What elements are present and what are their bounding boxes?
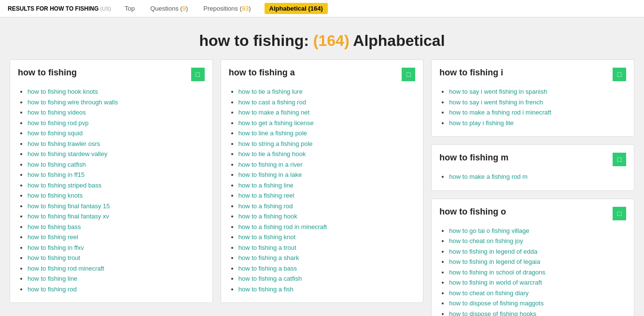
- card-copy-button[interactable]: [402, 68, 415, 81]
- list-item: how to fishing a catfish: [238, 274, 416, 284]
- list-item-link[interactable]: how to a fishing rod in minecraft: [238, 223, 327, 230]
- list-item: how to a fishing hook: [238, 212, 416, 221]
- list-item-link[interactable]: how to fishing a trout: [238, 244, 296, 251]
- card-header: how to fishing m: [439, 153, 626, 166]
- list-item: how to play i fishing lite: [449, 118, 626, 128]
- list-item-link[interactable]: how to string a fishing pole: [238, 140, 313, 147]
- list-item-link[interactable]: how to make a fishing rod i minecraft: [449, 109, 551, 116]
- tab-alphabetical[interactable]: Alphabetical (164): [265, 3, 328, 14]
- list-item-link[interactable]: how to fishing stardew valley: [28, 150, 107, 158]
- card-card-how-to-fishing: how to fishinghow to fishing hook knotsh…: [10, 59, 213, 303]
- tab-top[interactable]: Top: [123, 5, 137, 12]
- card-card-how-to-fishing-a: how to fishing ahow to tie a fishing lur…: [221, 59, 424, 303]
- list-item-link[interactable]: how to go tai o fishing village: [449, 227, 529, 234]
- list-item-link[interactable]: how to fishing rod: [28, 286, 77, 293]
- tab-prepositions[interactable]: Prepositions (93): [201, 5, 252, 12]
- list-item-link[interactable]: how to a fishing reel: [238, 192, 294, 199]
- card-copy-button[interactable]: [613, 207, 626, 220]
- list-item-link[interactable]: how to fishing in school of dragons: [449, 269, 545, 276]
- list-item-link[interactable]: how to say i went fishing in french: [449, 99, 543, 106]
- list-item: how to fishing in a river: [238, 160, 416, 170]
- top-nav: RESULTS FOR HOW TO FISHING (US) Top Ques…: [0, 0, 644, 17]
- list-item-link[interactable]: how to tie a fishing hook: [238, 150, 306, 158]
- list-item-link[interactable]: how to dispose of fishing maggots: [449, 300, 544, 307]
- content-area: how to fishinghow to fishing hook knotsh…: [0, 59, 644, 316]
- list-item-link[interactable]: how to fishing trout: [28, 254, 80, 261]
- list-item-link[interactable]: how to fishing a shark: [238, 254, 299, 261]
- list-item-link[interactable]: how to cheat on fishing joy: [449, 237, 523, 244]
- card-copy-button[interactable]: [613, 153, 626, 166]
- list-item-link[interactable]: how to fishing in legend of edda: [449, 248, 537, 255]
- list-item-link[interactable]: how to cheat on fishing diary: [449, 289, 529, 297]
- card-title: how to fishing m: [439, 153, 508, 163]
- list-item-link[interactable]: how to fishing hook knots: [28, 88, 98, 95]
- list-item: how to go tai o fishing village: [449, 226, 626, 236]
- list-item-link[interactable]: how to fishing a catfish: [238, 275, 302, 282]
- card-title: how to fishing a: [229, 68, 295, 78]
- list-item: how to cheat on fishing diary: [449, 288, 626, 298]
- list-item-link[interactable]: how to fishing a fish: [238, 286, 294, 293]
- list-item-link[interactable]: how to tie a fishing lure: [238, 88, 303, 95]
- card-list: how to make a fishing rod m: [439, 172, 626, 182]
- card-header: how to fishing o: [439, 207, 626, 220]
- list-item: how to fishing a shark: [238, 253, 416, 263]
- list-item-link[interactable]: how to fishing in legend of legaia: [449, 258, 540, 265]
- list-item-link[interactable]: how to fishing catfish: [28, 161, 86, 168]
- list-item-link[interactable]: how to fishing final fantasy 15: [28, 202, 110, 210]
- list-item-link[interactable]: how to fishing in a river: [238, 161, 303, 168]
- card-list: how to fishing hook knotshow to fishing …: [18, 87, 205, 294]
- tab-questions[interactable]: Questions (9): [148, 5, 190, 12]
- list-item-link[interactable]: how to dispose of fishing hooks: [449, 310, 536, 316]
- list-item-link[interactable]: how to fishing knots: [28, 192, 83, 199]
- list-item: how to fishing videos: [28, 108, 205, 117]
- list-item-link[interactable]: how to line a fishing pole: [238, 129, 307, 137]
- list-item-link[interactable]: how to fishing rod minecraft: [28, 265, 104, 272]
- list-item: how to fishing in ffxv: [28, 243, 205, 253]
- list-item: how to fishing a fish: [238, 285, 416, 294]
- list-item-link[interactable]: how to a fishing line: [238, 182, 294, 189]
- list-item-link[interactable]: how to make a fishing rod m: [449, 173, 528, 180]
- list-item: how to get a fishing license: [238, 118, 416, 128]
- card-header: how to fishing a: [229, 68, 416, 81]
- list-item-link[interactable]: how to say i went fishing in spanish: [449, 88, 547, 95]
- list-item-link[interactable]: how to fishing squid: [28, 129, 83, 137]
- list-item-link[interactable]: how to fishing a bass: [238, 265, 297, 272]
- list-item: how to string a fishing pole: [238, 139, 416, 149]
- list-item: how to fishing squid: [28, 129, 205, 138]
- list-item: how to fishing in world of warcraft: [449, 278, 626, 287]
- list-item: how to fishing rod: [28, 285, 205, 294]
- list-item-link[interactable]: how to play i fishing lite: [449, 119, 514, 127]
- list-item-link[interactable]: how to fishing videos: [28, 109, 86, 116]
- list-item-link[interactable]: how to fishing bass: [28, 223, 81, 230]
- list-item-link[interactable]: how to fishing striped bass: [28, 182, 101, 189]
- list-item: how to fishing in school of dragons: [449, 268, 626, 277]
- list-item-link[interactable]: how to fishing wire through walls: [28, 99, 118, 106]
- list-item: how to fishing final fantasy xv: [28, 212, 205, 221]
- list-item-link[interactable]: how to a fishing rod: [238, 202, 293, 210]
- card-copy-button[interactable]: [613, 68, 626, 81]
- list-item: how to fishing catfish: [28, 160, 205, 170]
- list-item: how to fishing striped bass: [28, 181, 205, 190]
- list-item: how to dispose of fishing hooks: [449, 309, 626, 316]
- list-item-link[interactable]: how to fishing reel: [28, 233, 78, 241]
- list-item-link[interactable]: how to make a fishing net: [238, 109, 309, 116]
- card-copy-button[interactable]: [191, 68, 205, 81]
- list-item: how to tie a fishing lure: [238, 87, 416, 97]
- list-item: how to fishing knots: [28, 191, 205, 201]
- list-item-link[interactable]: how to fishing rod pvp: [28, 119, 88, 127]
- card-list: how to go tai o fishing villagehow to ch…: [439, 226, 626, 316]
- list-item-link[interactable]: how to fishing final fantasy xv: [28, 213, 109, 220]
- list-item-link[interactable]: how to get a fishing license: [238, 119, 314, 127]
- list-item-link[interactable]: how to fishing trawler osrs: [28, 140, 100, 147]
- list-item: how to fishing trawler osrs: [28, 139, 205, 149]
- list-item: how to fishing hook knots: [28, 87, 205, 97]
- list-item-link[interactable]: how to a fishing knot: [238, 233, 296, 241]
- list-item-link[interactable]: how to fishing in world of warcraft: [449, 279, 542, 286]
- list-item-link[interactable]: how to fishing line: [28, 275, 77, 282]
- list-item-link[interactable]: how to a fishing hook: [238, 213, 297, 220]
- list-item-link[interactable]: how to cast a fishing rod: [238, 99, 306, 106]
- list-item-link[interactable]: how to fishing in ff15: [28, 171, 84, 178]
- list-item-link[interactable]: how to fishing in a lake: [238, 171, 302, 178]
- list-item-link[interactable]: how to fishing in ffxv: [28, 244, 84, 251]
- list-item: how to fishing a trout: [238, 243, 416, 253]
